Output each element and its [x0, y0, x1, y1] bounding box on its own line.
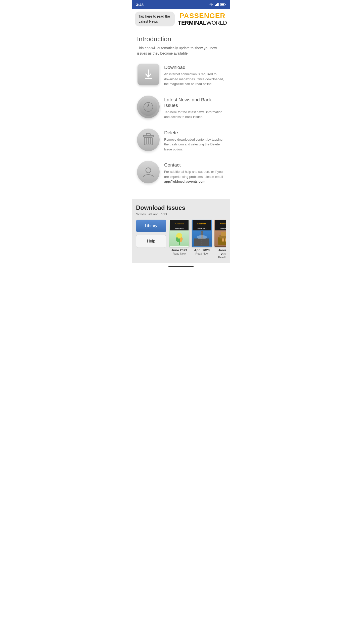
- compass-icon: [137, 96, 160, 118]
- svg-marker-9: [147, 103, 149, 107]
- compass-inner: [139, 98, 157, 116]
- logo-world: WORLD: [206, 20, 227, 26]
- compass-needle-icon: [143, 101, 154, 112]
- download-layout: Library Help PASSENGER TERMINALWORLD: [136, 220, 226, 259]
- person-icon: [142, 166, 155, 178]
- download-title: Download: [164, 65, 225, 70]
- contact-icon-container: [137, 161, 160, 183]
- svg-rect-6: [221, 4, 224, 6]
- news-bubble-button[interactable]: Tap here to read the Latest News: [135, 12, 175, 26]
- download-feature-text: Download An internet connection is requi…: [164, 63, 225, 87]
- delete-feature-text: Delete Remove downloaded content by tapp…: [164, 129, 225, 152]
- trash-icon: [137, 129, 160, 151]
- feature-delete: Delete Remove downloaded content by tapp…: [137, 129, 225, 152]
- june-cover-art: [173, 231, 186, 246]
- intro-description: This app will automatically update to sh…: [137, 46, 225, 56]
- issue-april-action: Read Now: [195, 252, 208, 255]
- issue-january-month: January 2023: [214, 248, 226, 256]
- news-feature-text: Latest News and Back Issues Tap here for…: [164, 96, 225, 119]
- contact-email: app@ukimediaevents.com: [164, 180, 205, 183]
- contact-icon: [137, 161, 160, 183]
- issue-card-june[interactable]: PASSENGER TERMINALWORLD: [169, 220, 189, 259]
- contact-title: Contact: [164, 162, 225, 168]
- download-issues-title: Download Issues: [136, 204, 226, 211]
- svg-rect-29: [222, 238, 224, 242]
- scrolls-hint: Scrolls Left and Right: [136, 212, 226, 216]
- issue-june-month: June 2023: [171, 248, 187, 252]
- issue-january-action: Read Now: [218, 256, 226, 259]
- svg-point-25: [197, 235, 207, 239]
- trash-icon-container: [137, 129, 160, 151]
- svg-rect-1: [216, 4, 217, 6]
- issue-card-january[interactable]: PASSENGER TERMINALWORLD: [214, 220, 226, 259]
- issue-cover-january: PASSENGER TERMINALWORLD: [214, 220, 226, 247]
- news-title: Latest News and Back Issues: [164, 97, 225, 108]
- issue-april-month: April 2023: [194, 248, 210, 252]
- library-button[interactable]: Library: [136, 220, 166, 232]
- logo-passenger: PASSENGER: [178, 12, 227, 20]
- contact-feature-text: Contact For additional help and support,…: [164, 161, 225, 184]
- download-issues-section: Download Issues Scrolls Left and Right L…: [132, 199, 230, 263]
- status-time: 3:48: [136, 3, 144, 7]
- january-cover-art: [217, 231, 226, 246]
- feature-download: Download An internet connection is requi…: [137, 63, 225, 87]
- svg-rect-21: [179, 238, 180, 245]
- delete-desc: Remove downloaded content by tapping the…: [164, 137, 225, 152]
- issue-cover-april: PASSENGER TERMINALWORLD: [192, 220, 212, 247]
- delete-title: Delete: [164, 130, 225, 136]
- download-desc: An internet connection is required to do…: [164, 72, 225, 87]
- home-bar: [168, 266, 194, 267]
- app-header: Tap here to read the Latest News PASSENG…: [132, 9, 230, 29]
- status-bar: 3:48: [132, 0, 230, 9]
- svg-rect-28: [221, 232, 226, 236]
- april-cover-art: [194, 231, 209, 246]
- svg-rect-30: [225, 238, 226, 242]
- home-indicator: [132, 263, 230, 270]
- svg-rect-12: [143, 135, 153, 137]
- download-icon-container: [137, 63, 160, 86]
- download-buttons: Library Help: [136, 220, 166, 248]
- download-icon: [138, 64, 159, 85]
- signal-icon: [215, 3, 219, 6]
- wifi-icon: [209, 3, 213, 6]
- news-desc: Tap here for the latest news, informatio…: [164, 110, 225, 119]
- app-logo: PASSENGER TERMINALWORLD: [178, 12, 227, 26]
- feature-contact: Contact For additional help and support,…: [137, 161, 225, 184]
- trash-bin-icon: [142, 133, 155, 147]
- issue-cover-june: PASSENGER TERMINALWORLD: [169, 220, 189, 247]
- svg-rect-2: [217, 3, 218, 6]
- issues-scroll-container[interactable]: PASSENGER TERMINALWORLD: [169, 220, 226, 259]
- download-arrow-icon: [143, 69, 154, 80]
- logo-text: PASSENGER TERMINALWORLD: [178, 12, 227, 26]
- svg-rect-5: [225, 4, 226, 5]
- compass-icon-container: [137, 96, 160, 118]
- issue-june-action: Read Now: [173, 252, 186, 255]
- feature-news: Latest News and Back Issues Tap here for…: [137, 96, 225, 119]
- contact-desc: For additional help and support, or if y…: [164, 169, 225, 184]
- svg-rect-3: [218, 3, 219, 6]
- issue-card-april[interactable]: PASSENGER TERMINALWORLD: [192, 220, 212, 259]
- main-content: Introduction This app will automatically…: [132, 29, 230, 199]
- svg-rect-0: [215, 5, 216, 6]
- logo-terminal: TERMINAL: [178, 20, 206, 26]
- intro-title: Introduction: [137, 35, 225, 43]
- help-button[interactable]: Help: [136, 235, 166, 248]
- battery-icon: [220, 3, 226, 6]
- svg-marker-10: [147, 107, 149, 110]
- svg-point-17: [146, 168, 151, 173]
- svg-rect-7: [145, 78, 152, 79]
- status-icons: [209, 3, 226, 6]
